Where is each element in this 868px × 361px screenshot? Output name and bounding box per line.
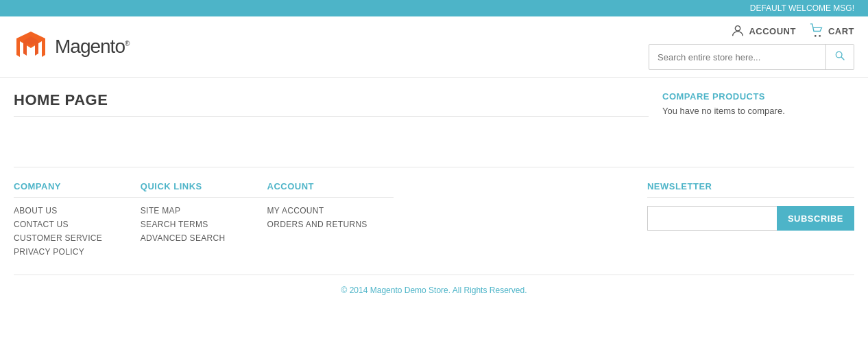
footer-company-col: COMPANY ABOUT US CONTACT US CUSTOMER SER…	[14, 181, 141, 261]
account-icon	[730, 23, 745, 38]
search-input[interactable]	[649, 47, 825, 68]
newsletter-row: SUBSCRIBE	[647, 206, 854, 231]
copyright-text: © 2014 Magento Demo Store. All Rights Re…	[341, 286, 527, 295]
footer-link-contact[interactable]: CONTACT US	[14, 220, 141, 229]
page-title: HOME PAGE	[14, 91, 649, 117]
footer-link-customer-service[interactable]: CUSTOMER SERVICE	[14, 233, 141, 243]
main-content: HOME PAGE COMPARE PRODUCTS You have no i…	[0, 78, 868, 160]
logo-text: Magento®	[55, 36, 129, 58]
header-right: ACCOUNT CART	[649, 23, 854, 70]
footer-company-title: COMPANY	[14, 181, 141, 198]
footer-columns: COMPANY ABOUT US CONTACT US CUSTOMER SER…	[0, 167, 868, 268]
account-link[interactable]: ACCOUNT	[730, 23, 796, 38]
header-actions: ACCOUNT CART	[730, 23, 854, 38]
header: Magento® ACCOUNT CART	[0, 16, 868, 78]
footer-quicklinks-title: QUICK LINKS	[141, 181, 267, 198]
svg-point-3	[819, 35, 821, 37]
footer-bottom: © 2014 Magento Demo Store. All Rights Re…	[0, 275, 868, 305]
newsletter-email-input[interactable]	[647, 206, 777, 231]
svg-point-2	[815, 35, 817, 37]
cart-icon	[810, 23, 825, 38]
svg-point-1	[736, 26, 740, 31]
logo-container[interactable]: Magento®	[14, 30, 129, 64]
footer-link-about[interactable]: ABOUT US	[14, 206, 141, 216]
footer-link-search-terms[interactable]: SEARCH TERMS	[141, 220, 267, 229]
footer-spacer	[394, 181, 647, 261]
footer-account-title: ACCOUNT	[267, 181, 394, 198]
footer-link-sitemap[interactable]: SITE MAP	[141, 206, 267, 216]
search-icon	[834, 50, 845, 61]
compare-products-title: COMPARE PRODUCTS	[662, 91, 854, 102]
footer-quicklinks-col: QUICK LINKS SITE MAP SEARCH TERMS ADVANC…	[141, 181, 267, 261]
compare-products-text: You have no items to compare.	[662, 106, 854, 116]
subscribe-button[interactable]: SUBSCRIBE	[777, 206, 854, 231]
magento-logo-icon	[14, 30, 48, 64]
footer-newsletter-title: NEWSLETTER	[647, 181, 854, 198]
cart-label: CART	[828, 26, 854, 36]
footer-account-col: ACCOUNT MY ACCOUNT ORDERS AND RETURNS	[267, 181, 394, 261]
footer-link-privacy[interactable]: PRIVACY POLICY	[14, 247, 141, 257]
page-content: HOME PAGE	[14, 91, 649, 146]
top-bar: DEFAULT WELCOME MSG!	[0, 0, 868, 16]
welcome-message: DEFAULT WELCOME MSG!	[750, 3, 854, 13]
cart-link[interactable]: CART	[810, 23, 854, 38]
footer-link-my-account[interactable]: MY ACCOUNT	[267, 206, 394, 216]
search-bar	[649, 44, 854, 70]
footer-link-advanced-search[interactable]: ADVANCED SEARCH	[141, 233, 267, 243]
footer-link-orders[interactable]: ORDERS AND RETURNS	[267, 220, 394, 229]
search-button[interactable]	[825, 45, 854, 69]
footer-newsletter-col: NEWSLETTER SUBSCRIBE	[647, 181, 854, 261]
account-label: ACCOUNT	[749, 26, 796, 36]
compare-sidebar: COMPARE PRODUCTS You have no items to co…	[649, 91, 854, 146]
